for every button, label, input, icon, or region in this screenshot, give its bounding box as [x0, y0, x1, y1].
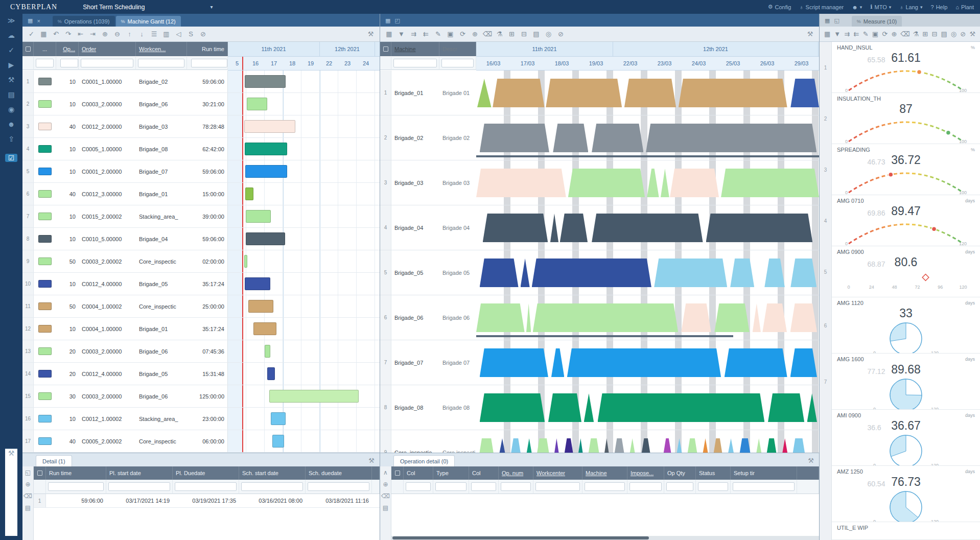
machine-gantt-segment[interactable] [646, 124, 816, 152]
machine-gantt-segment[interactable] [764, 438, 779, 453]
topbar-item-user[interactable]: ☻ ▾ [852, 4, 862, 10]
runtime-column-header[interactable]: Run time [187, 42, 228, 56]
machine-gantt-segment[interactable] [807, 393, 817, 422]
clear-filter-icon[interactable]: ⊘ [556, 30, 565, 38]
report-icon[interactable]: ▤ [383, 504, 388, 511]
search-icon[interactable]: ◎ [951, 30, 956, 38]
machine-gantt-segment[interactable] [790, 303, 817, 332]
machine-gantt-segment[interactable] [737, 438, 753, 453]
machine-gantt-segment[interactable] [552, 438, 561, 453]
filter-input-op[interactable] [60, 59, 78, 67]
measure-tile[interactable]: INSULATION_TH 87 0100 [832, 93, 980, 144]
machine-gantt-segment[interactable] [567, 348, 721, 377]
filter-icon[interactable]: ▼ [834, 30, 841, 38]
column-header[interactable]: Status [696, 466, 731, 480]
filter-input[interactable] [471, 482, 496, 491]
column-header[interactable]: Setup tir [731, 466, 797, 480]
machine-gantt-segment[interactable] [790, 79, 819, 107]
previous-icon[interactable]: ◁ [174, 30, 183, 38]
backward-icon[interactable]: ⇇ [853, 30, 859, 38]
measure-tile[interactable]: UTIL_E WIP [832, 522, 980, 540]
machine-gantt-segment[interactable] [725, 348, 787, 377]
machine-gantt-segment[interactable] [584, 393, 594, 422]
tools-icon[interactable]: ⚒ [5, 76, 17, 84]
machine-gantt-segment[interactable] [476, 303, 525, 332]
operation-row[interactable]: 5 10 C0001_2.00000 Brigade_07 59:06:00 [22, 160, 380, 183]
gantt-bar[interactable] [245, 143, 287, 155]
machine-row[interactable]: 9 Core_inspectio Core inspecti [380, 430, 819, 453]
machine-gantt-segment[interactable] [598, 393, 765, 422]
machine-gantt-segment[interactable] [730, 259, 754, 287]
gantt-bar[interactable] [246, 210, 271, 223]
flask-icon[interactable]: ⚗ [913, 30, 919, 38]
machine-gantt-segment[interactable] [780, 438, 790, 453]
operation-row[interactable]: 4 10 C0005_1.00000 Brigade_08 62:42:00 [22, 138, 380, 160]
machine-gantt-segment[interactable] [568, 169, 645, 197]
filter-input[interactable] [48, 482, 104, 491]
add-icon[interactable]: ⊕ [101, 30, 109, 38]
machine-gantt-segment[interactable] [790, 438, 807, 453]
machine-gantt-segment[interactable] [526, 303, 531, 332]
select-icon[interactable]: ☑ [5, 154, 17, 162]
machine-gantt-segment[interactable] [701, 438, 710, 453]
panel-detach-icon[interactable]: ◱ [834, 17, 839, 24]
machine-gantt-segment[interactable] [524, 438, 534, 453]
machine-row[interactable]: 4 Brigade_04 Brigade 04 [380, 205, 819, 250]
operation-row[interactable]: 11 50 C0004_1.00002 Core_inspectic 25:00… [22, 295, 380, 318]
machine-gantt-segment[interactable] [586, 438, 601, 453]
gantt-bar[interactable] [272, 435, 284, 448]
flask-icon[interactable]: ⚗ [495, 30, 504, 38]
measure-tile[interactable]: AMZ 1250 days 60.54 76.73 0120 [832, 466, 980, 522]
machine-column-header[interactable]: Machine [391, 42, 439, 56]
copy-icon[interactable]: ▣ [446, 30, 455, 38]
machine-gantt-segment[interactable] [483, 214, 548, 242]
op-column-header[interactable]: Op... [56, 42, 79, 56]
backward-icon[interactable]: ⇇ [422, 30, 430, 38]
measure-tile[interactable]: AMI 0900 days 36.6 36.67 0120 [832, 410, 980, 466]
measure-tile[interactable]: SPREADING % 46.73 36.72 0100 [832, 144, 980, 195]
select-all-cell[interactable] [34, 466, 46, 480]
machine-gantt-segment[interactable] [627, 438, 637, 453]
clear-filter-icon[interactable]: ⊘ [960, 30, 966, 38]
column-header[interactable]: Workcenter [533, 466, 582, 480]
run-icon[interactable]: ▶ [5, 61, 17, 69]
descr-column-header[interactable]: Descr [439, 42, 476, 56]
machine-gantt-segment[interactable] [674, 438, 684, 453]
machine-row[interactable]: 5 Brigade_05 Brigade 05 [380, 250, 819, 295]
operation-row[interactable]: 3 40 C0012_2.00000 Brigade_03 78:28:48 [22, 115, 380, 138]
settings-wrench-icon[interactable]: ⚒ [368, 457, 375, 464]
filter-input[interactable] [585, 482, 625, 491]
filter-input-color[interactable] [36, 59, 54, 67]
gantt-bar[interactable] [244, 255, 247, 268]
gantt-bar[interactable] [267, 367, 275, 380]
target-icon[interactable]: ◉ [5, 105, 17, 113]
filter-input-runtime[interactable] [191, 59, 227, 67]
measure-tile[interactable]: AMG 1120 days 33 0120 [832, 297, 980, 354]
machine-gantt-segment[interactable] [714, 303, 749, 332]
machine-gantt-segment[interactable] [562, 438, 575, 453]
gantt-bar[interactable] [247, 98, 267, 110]
machine-gantt-segment[interactable] [480, 348, 548, 377]
gantt-bar[interactable] [265, 345, 270, 358]
gantt-bar[interactable] [246, 232, 285, 245]
machine-gantt-segment[interactable] [754, 438, 764, 453]
machine-gantt-segment[interactable] [654, 259, 727, 287]
grid-icon[interactable]: ▦ [824, 30, 830, 38]
cloud-icon[interactable]: ☁ [5, 31, 17, 39]
column-header[interactable]: Pl. start date [106, 466, 173, 480]
machine-gantt-segment[interactable] [476, 169, 566, 197]
report-icon[interactable]: ▤ [25, 504, 31, 511]
topbar-item-plant[interactable]: ⌂ Plant [955, 4, 974, 10]
column-header[interactable]: Sch. duedate [306, 466, 372, 480]
machine-gantt-segment[interactable] [477, 79, 492, 107]
add-icon[interactable]: ⊕ [25, 481, 30, 488]
machine-gantt-segment[interactable] [592, 214, 703, 242]
delete-icon[interactable]: ⌫ [483, 30, 492, 38]
machine-row[interactable]: 8 Brigade_08 Brigade 08 [380, 385, 819, 430]
machine-gantt-segment[interactable] [768, 393, 804, 422]
collapse-icon[interactable]: ≫ [5, 16, 17, 25]
tab-operation-detail[interactable]: Operation detail (0) [393, 455, 455, 466]
machine-gantt-segment[interactable] [533, 303, 679, 332]
machine-gantt-segment[interactable] [764, 259, 785, 287]
gantt-bar[interactable] [245, 277, 270, 290]
